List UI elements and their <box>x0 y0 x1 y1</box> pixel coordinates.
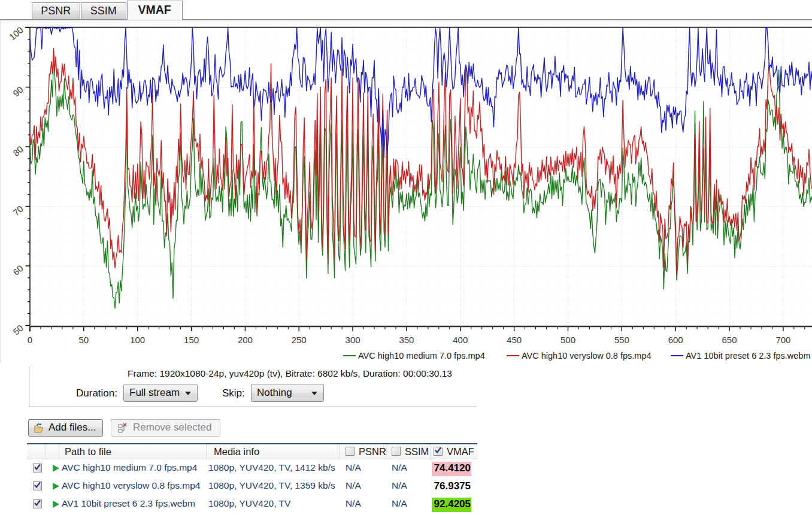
svg-text:450: 450 <box>507 335 522 345</box>
svg-text:AV1 10bit preset 6 2.3 fps.web: AV1 10bit preset 6 2.3 fps.webm <box>686 351 811 360</box>
svg-text:50: 50 <box>11 323 25 337</box>
svg-text:600: 600 <box>668 335 683 345</box>
svg-text:100: 100 <box>7 25 25 42</box>
svg-text:700: 700 <box>775 335 790 345</box>
svg-text:300: 300 <box>346 335 360 345</box>
svg-text:200: 200 <box>238 335 253 345</box>
svg-text:150: 150 <box>184 335 199 345</box>
svg-text:0: 0 <box>28 335 32 345</box>
svg-text:90: 90 <box>11 84 25 99</box>
svg-text:AVC high10 veryslow 0.8 fps.mp: AVC high10 veryslow 0.8 fps.mp4 <box>522 351 652 360</box>
svg-text:100: 100 <box>130 335 145 345</box>
svg-text:70: 70 <box>11 204 25 218</box>
svg-text:500: 500 <box>560 335 575 345</box>
svg-text:AVC high10 medium 7.0 fps.mp4: AVC high10 medium 7.0 fps.mp4 <box>358 351 485 360</box>
svg-text:350: 350 <box>399 335 414 345</box>
svg-text:550: 550 <box>614 335 629 345</box>
svg-text:650: 650 <box>722 335 737 345</box>
svg-text:400: 400 <box>453 335 468 345</box>
svg-text:50: 50 <box>78 335 89 345</box>
svg-text:250: 250 <box>292 335 307 345</box>
svg-text:80: 80 <box>11 144 25 158</box>
svg-text:60: 60 <box>11 263 25 277</box>
